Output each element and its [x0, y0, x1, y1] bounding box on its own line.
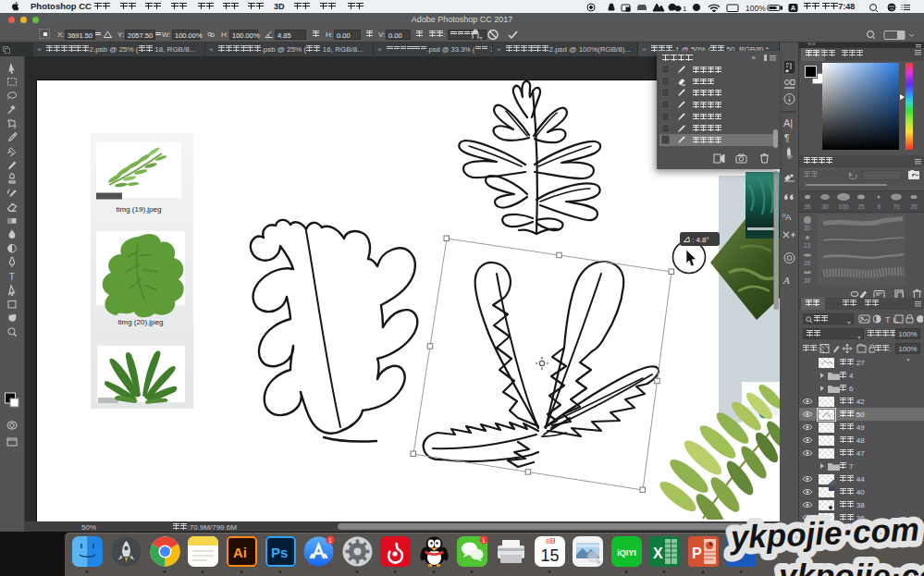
- svg-text:Ps: Ps: [271, 545, 288, 560]
- svg-text:timg (20).jpeg: timg (20).jpeg: [118, 318, 164, 326]
- svg-text:15: 15: [540, 546, 559, 565]
- svg-text:95: 95: [804, 203, 811, 210]
- svg-text:Ai: Ai: [233, 545, 247, 560]
- svg-text:13: 13: [804, 242, 811, 249]
- svg-text:iQIYI: iQIYI: [617, 548, 636, 558]
- svg-text:ºA: ºA: [782, 213, 791, 222]
- svg-text:ykpojie·com: ykpojie·com: [728, 510, 920, 555]
- svg-text:: 4.8°: : 4.8°: [692, 236, 709, 244]
- svg-text:1: 1: [328, 537, 332, 544]
- svg-text:1: 1: [482, 537, 486, 544]
- svg-text:30: 30: [821, 203, 829, 210]
- svg-text:8: 8: [546, 538, 549, 545]
- svg-text:P: P: [692, 545, 702, 561]
- svg-text:A: A: [791, 5, 795, 11]
- svg-text:38: 38: [804, 277, 811, 284]
- svg-text:T: T: [885, 315, 891, 325]
- svg-text:X: X: [653, 545, 663, 561]
- svg-text:9: 9: [877, 203, 881, 210]
- svg-text:30: 30: [804, 225, 811, 231]
- svg-text:70: 70: [893, 203, 900, 210]
- svg-text:T: T: [9, 272, 15, 282]
- svg-text:A: A: [782, 275, 790, 286]
- svg-text:100%: 100%: [745, 3, 766, 12]
- svg-text:100: 100: [839, 203, 849, 210]
- svg-text:1: 1: [683, 4, 687, 12]
- svg-text:20: 20: [910, 203, 918, 210]
- svg-text:ykpojie·com: ykpojie·com: [777, 558, 924, 576]
- svg-text:timg (19).jpeg: timg (19).jpeg: [117, 205, 162, 214]
- svg-text:28: 28: [804, 260, 811, 266]
- svg-text:A|: A|: [783, 117, 793, 129]
- svg-text:¶: ¶: [784, 133, 789, 143]
- svg-text:25: 25: [857, 203, 865, 210]
